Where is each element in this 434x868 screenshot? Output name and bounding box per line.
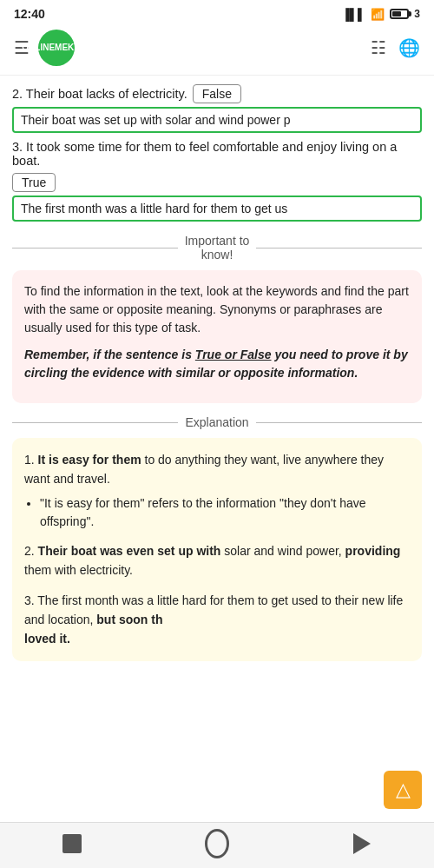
exp-divider-line-right (256, 422, 422, 423)
globe-icon[interactable]: 🌐 (398, 37, 420, 58)
wifi-icon: 📶 (371, 8, 385, 21)
question-3-row: 3. It took some time for them to feel co… (12, 140, 422, 192)
exp-item-1: 1. It is easy for them to do anything th… (24, 450, 410, 531)
content: 2. Their boat lacks of electricity. Fals… (0, 76, 434, 682)
home-circle-icon (205, 829, 229, 858)
logo: ONLINE MEKTEP (38, 30, 75, 66)
exp-2-providing: providing (345, 544, 401, 558)
header-left: ☰ ONLINE MEKTEP (14, 30, 75, 66)
info-reminder: Remember, if the sentence is True or Fal… (24, 346, 410, 382)
exp-3-loved: loved it. (24, 632, 70, 646)
home-button[interactable] (205, 832, 229, 856)
header: ☰ ONLINE MEKTEP ☷ 🌐 (0, 24, 434, 76)
header-right: ☷ 🌐 (371, 37, 420, 58)
divider-line-right (256, 248, 422, 248)
question-2-block: 2. Their boat lacks of electricity. Fals… (12, 84, 422, 133)
exp-2-bold: Their boat was even set up with (38, 544, 221, 558)
question-2-row: 2. Their boat lacks of electricity. Fals… (12, 84, 422, 103)
question-3-block: 3. It took some time for them to feel co… (12, 140, 422, 222)
exp-item-3: 3. The first month was a little hard for… (24, 591, 410, 649)
explanation-box: 1. It is easy for them to do anything th… (12, 438, 422, 661)
exp-1-bullet: "It is easy for them" refers to the info… (40, 494, 410, 531)
status-icons: ▐▌▌ 📶 3 (342, 8, 420, 21)
important-divider: Important toknow! (12, 234, 422, 262)
exp-item-2: 2. Their boat was even set up with solar… (24, 541, 410, 580)
time-display: 12:40 (14, 7, 45, 21)
question-3-evidence: The first month was a little hard for th… (12, 195, 422, 222)
alert-fab[interactable]: △ (384, 771, 422, 809)
battery-number: 3 (414, 8, 420, 20)
forward-button[interactable] (350, 832, 374, 856)
exp-divider-line-left (12, 422, 178, 423)
exp-1-bold: It is easy for them (38, 453, 141, 467)
question-2-answer: False (193, 84, 241, 103)
question-3-answer: True (12, 173, 56, 192)
back-button[interactable] (60, 832, 84, 856)
forward-triangle-icon (353, 833, 371, 854)
exp-3-number: 3. The first month was a little hard for… (24, 593, 403, 626)
reminder-text: Remember, if the sentence is True or Fal… (24, 348, 408, 380)
info-body: To find the information in the text, loo… (24, 282, 410, 337)
signal-icon: ▐▌▌ (342, 8, 366, 21)
divider-line-left (12, 248, 178, 248)
status-bar: 12:40 ▐▌▌ 📶 3 (0, 0, 434, 24)
question-2-evidence: Their boat was set up with solar and win… (12, 107, 422, 133)
back-square-icon (62, 834, 82, 853)
exp-1-list: "It is easy for them" refers to the info… (40, 494, 410, 531)
grid-icon[interactable]: ☷ (371, 37, 386, 58)
question-2-number: 2. Their boat lacks of electricity. (12, 87, 187, 101)
info-box: To find the information in the text, loo… (12, 270, 422, 403)
exp-2-number: 2. (24, 544, 38, 558)
question-3-number: 3. It took some time for them to feel co… (12, 140, 422, 168)
explanation-divider: Explanation (12, 415, 422, 429)
alert-icon: △ (396, 779, 411, 801)
exp-1-number: 1. (24, 453, 38, 467)
explanation-label: Explanation (185, 415, 248, 429)
bottom-nav (0, 822, 434, 868)
important-label: Important toknow! (185, 234, 250, 262)
battery-icon (390, 9, 409, 19)
exp-3-bold: but soon th (96, 613, 162, 626)
